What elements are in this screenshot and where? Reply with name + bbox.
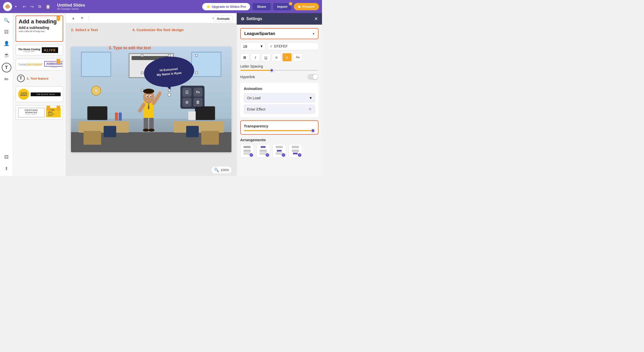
layer-top — [244, 146, 251, 148]
sidebar-search-btn[interactable]: 🔍 — [2, 16, 11, 25]
layer-sel-4 — [293, 153, 298, 155]
transparency-label: Transparency — [244, 124, 315, 128]
upgrade-button[interactable]: ⭐ Upgrade to Slides Pro — [202, 3, 250, 10]
play-icon: ▶ — [298, 5, 301, 9]
logo-dropdown[interactable]: ▾ — [15, 5, 17, 8]
svg-point-5 — [147, 96, 148, 97]
slide-up-button[interactable]: ▲ — [70, 15, 77, 21]
chair-left — [104, 126, 116, 137]
binder-2 — [119, 113, 122, 121]
settings-title-area: ⚙ Settings — [241, 17, 262, 21]
slide-canvas[interactable]: 🕐 — [71, 47, 231, 152]
svg-point-11 — [148, 129, 154, 132]
letter-spacing-slider[interactable] — [240, 70, 318, 71]
copy-button[interactable]: ⧉ — [37, 3, 43, 10]
slide-thumb-4[interactable]: JUSTIN BIEBER THE BLACK HOLE — [16, 86, 63, 102]
bookmark-icon-2 — [57, 59, 60, 64]
animation-type-text: On Load — [247, 96, 261, 100]
font-size-select[interactable]: 18 ▾ — [240, 42, 265, 50]
transparency-slider[interactable] — [244, 130, 315, 131]
window-right — [191, 52, 221, 77]
slide-thumb-5[interactable]: CRISTIANO RONALDO REAL HERO BITXEL 2019 … — [16, 105, 63, 120]
sidebar-image-btn[interactable]: 🖼 — [2, 152, 11, 162]
sidebar-avatar-btn[interactable]: 👤 — [2, 39, 11, 48]
sidebar-bg-btn[interactable]: BG — [2, 74, 11, 84]
arrangement-btn-4[interactable]: + — [289, 144, 302, 158]
text-transform-button[interactable]: Aa — [293, 53, 302, 61]
think-highlight: DIFFERENT — [27, 63, 43, 66]
star-icon: ⭐ — [206, 5, 210, 9]
arrangement-btn-1[interactable]: + — [240, 144, 254, 158]
app-logo: 🐵 — [3, 2, 12, 11]
zoom-icon: 🔍 — [214, 168, 219, 172]
canvas-area: 2. Select a Text 4. Customize the font d… — [66, 13, 236, 176]
desk-left-drawer — [84, 131, 101, 145]
float-delete-btn[interactable]: 🗑 — [193, 98, 203, 107]
animaker-text: ANIMAKER — [44, 61, 63, 67]
think-text: THINK/DIFFERENT — [18, 63, 43, 66]
layer-top-3 — [276, 146, 283, 148]
slide-thumb-3[interactable]: THINK/DIFFERENT ANIMAKER TIMES — [16, 59, 63, 71]
present-button[interactable]: ▶ Present — [294, 3, 319, 10]
font-size-value: 18 — [243, 44, 247, 48]
bookmark-icon-4 — [47, 106, 50, 111]
cristiano-row: CRISTIANO RONALDO REAL HERO BITXEL 2019 … — [16, 106, 63, 119]
slide-thumb-2[interactable]: The Home Coming #TRUESTORY ALIVE — [16, 45, 63, 56]
animation-chevron-icon: ▾ — [310, 95, 312, 100]
undo-button[interactable]: ↩ — [21, 3, 27, 10]
align-left-button[interactable]: ≡ — [272, 53, 281, 61]
toolbar-separator-1 — [89, 16, 89, 21]
sidebar-coffee-btn[interactable]: ☕ — [2, 50, 11, 60]
thumb-heading: Add a heading — [19, 19, 60, 25]
redo-button[interactable]: ↪ — [29, 3, 35, 10]
enter-effect-row[interactable]: Enter Effect ✕ — [244, 105, 315, 114]
enter-effect-text: Enter Effect — [247, 107, 265, 111]
sidebar-template-btn[interactable]: 🖼 — [2, 27, 11, 37]
think-animaker-row: THINK/DIFFERENT ANIMAKER TIMES — [16, 59, 63, 70]
share-button[interactable]: Share — [253, 3, 271, 10]
hyperlink-toggle[interactable] — [307, 74, 318, 80]
font-color-picker[interactable]: # EFEFEF — [267, 42, 318, 50]
align-center-button[interactable]: ≡ — [283, 53, 292, 61]
arrangements-row: + + — [240, 144, 318, 158]
letter-spacing-section: Letter Spacing — [240, 64, 318, 71]
bold-button[interactable]: B — [240, 53, 249, 61]
slide-canvas-wrapper: 3. Type to edit the text — [66, 23, 236, 176]
animation-type-dropdown[interactable]: On Load ▾ — [244, 93, 315, 103]
import-button[interactable]: Import 8 — [273, 3, 291, 10]
animate-button[interactable]: Animate — [214, 16, 233, 22]
transparency-section: Transparency — [240, 120, 318, 135]
underline-button[interactable]: U — [261, 53, 270, 61]
italic-button[interactable]: I — [251, 53, 260, 61]
binders — [115, 113, 122, 121]
sidebar-upload-btn[interactable]: ⬆ — [2, 164, 11, 173]
letter-spacing-thumb[interactable] — [270, 69, 273, 72]
document-title-area: Untitled Slides All Changes Saved — [57, 3, 85, 10]
font-selector[interactable]: LeagueSpartan ▾ — [240, 28, 318, 39]
sidebar-text-btn[interactable]: T — [2, 63, 11, 72]
hyperlink-row: Hyperlink — [240, 74, 318, 80]
layers-icon-3 — [276, 147, 283, 155]
toggle-knob — [313, 74, 318, 79]
transparency-fill — [244, 130, 311, 131]
paste-button[interactable]: 📋 — [44, 3, 52, 10]
bookmark-icon-3 — [57, 106, 60, 111]
arrangement-btn-3[interactable]: + — [272, 144, 286, 158]
slide-down-button[interactable]: ▼ — [79, 15, 86, 21]
settings-close-button[interactable]: ✕ — [314, 16, 318, 22]
papers — [188, 111, 196, 121]
transparency-thumb[interactable] — [311, 129, 315, 133]
thumb-subheading: Add a subheading — [19, 26, 60, 30]
float-fx-btn[interactable]: Fx — [193, 88, 203, 97]
float-settings-btn[interactable]: ⚙ — [182, 98, 191, 107]
zoom-bar: 🔍 100% — [212, 167, 231, 173]
bookmark-icon — [57, 16, 60, 21]
arrangement-btn-2[interactable]: + — [256, 144, 270, 158]
slide-thumb-1[interactable]: Add a heading Add a subheading Add a lit… — [16, 16, 63, 42]
svg-line-13 — [140, 105, 144, 111]
float-reorder-btn[interactable]: ☰ — [182, 88, 191, 97]
slide-thumb-content-1: Add a heading Add a subheading Add a lit… — [16, 16, 63, 41]
layers-icon-1 — [244, 147, 251, 155]
clock: 🕐 — [91, 86, 101, 96]
float-action-menu: ☰ Fx ⚙ 🗑 — [180, 86, 205, 109]
